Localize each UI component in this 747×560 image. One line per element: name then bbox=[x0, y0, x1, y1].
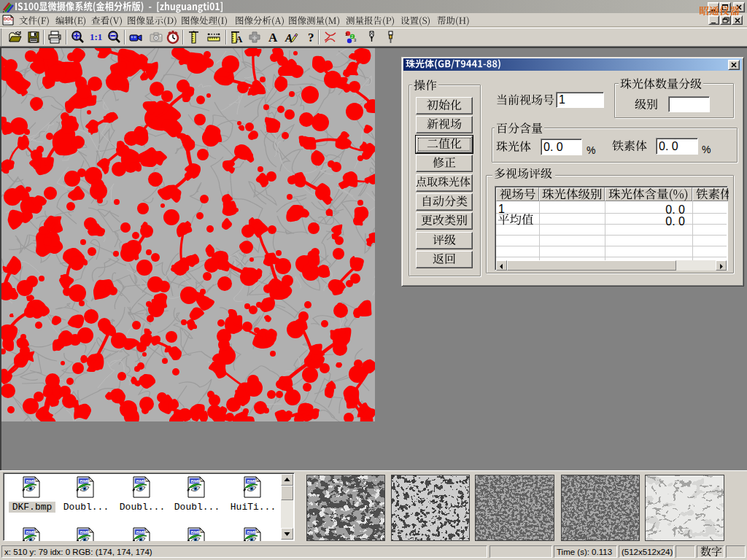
svg-text:A: A bbox=[268, 31, 278, 44]
svg-text:BMP: BMP bbox=[136, 529, 147, 534]
svg-text:BMP: BMP bbox=[191, 478, 201, 483]
svg-text:BMP: BMP bbox=[80, 529, 90, 534]
svg-text:BMP: BMP bbox=[26, 529, 36, 534]
svg-text:BMP: BMP bbox=[247, 529, 258, 534]
svg-text:BMP: BMP bbox=[80, 478, 90, 483]
svg-text:BMP: BMP bbox=[247, 478, 258, 483]
svg-text:BMP: BMP bbox=[26, 478, 36, 483]
svg-text:?: ? bbox=[308, 31, 314, 44]
svg-text:A: A bbox=[236, 34, 243, 44]
svg-text:DOC: DOC bbox=[4, 17, 14, 21]
svg-text:1:1: 1:1 bbox=[90, 31, 102, 42]
svg-text:3: 3 bbox=[354, 38, 357, 42]
svg-text:BMP: BMP bbox=[191, 529, 201, 534]
svg-text:BMP: BMP bbox=[136, 478, 147, 483]
